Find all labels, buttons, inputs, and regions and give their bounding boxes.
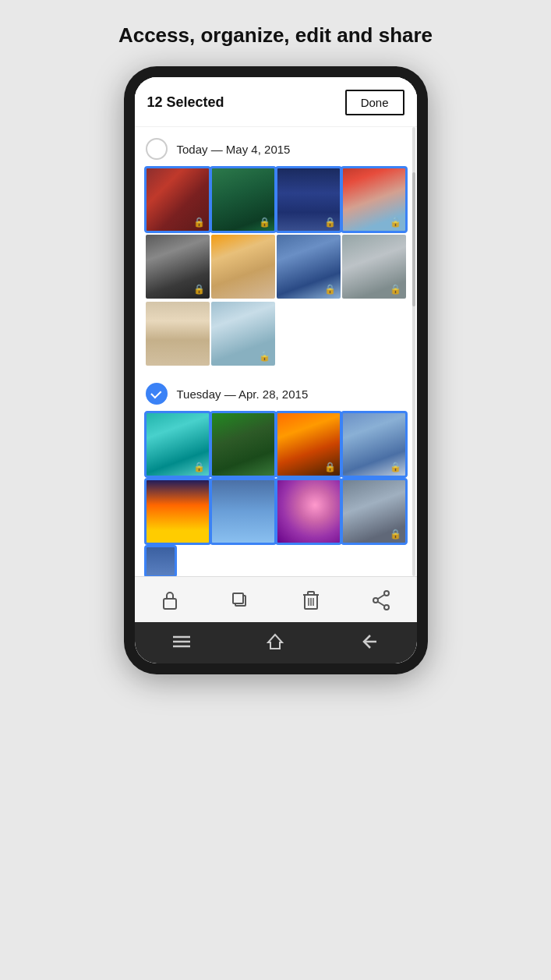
delete-toolbar-icon[interactable] <box>295 586 327 614</box>
photo-cell-bridge[interactable]: 🔒 <box>277 168 341 232</box>
photo-grid-today-row2: 🔒 🔒 🔒 <box>135 235 417 302</box>
nav-menu-icon[interactable] <box>168 635 196 652</box>
circle-check-today[interactable] <box>146 138 168 160</box>
photo-cell-partial[interactable] <box>146 547 175 576</box>
photo-cell-rock[interactable]: 🔒 <box>146 235 210 299</box>
lock-icon: 🔒 <box>324 462 336 472</box>
photo-cell-matterhorn[interactable]: 🔒 <box>342 412 406 476</box>
photo-cell-pe3 <box>277 547 306 576</box>
scroll-thumb[interactable] <box>412 172 415 307</box>
photo-cell-pe2 <box>211 547 241 576</box>
svg-point-11 <box>384 605 389 610</box>
photo-cell-empty2 <box>342 302 406 366</box>
photo-cell-sunset[interactable] <box>146 479 210 543</box>
nav-back-icon[interactable] <box>355 634 383 653</box>
svg-point-10 <box>373 598 378 603</box>
svg-rect-2 <box>233 593 243 603</box>
photo-cell-rain[interactable]: 🔒 <box>342 235 406 299</box>
photo-cell-woman[interactable] <box>146 302 210 366</box>
photo-grid-today-row1: 🔒 🔒 🔒 🔒 <box>135 168 417 235</box>
photo-cell-bokeh[interactable] <box>277 479 341 543</box>
lock-icon: 🔒 <box>390 217 401 228</box>
photo-cell-kids[interactable]: 🔒 <box>342 168 406 232</box>
selection-bar: 12 Selected Done <box>135 77 417 127</box>
date-label-tuesday: Tuesday — Apr. 28, 2015 <box>177 387 309 401</box>
circle-check-tuesday[interactable] <box>146 383 168 405</box>
phone-screen: 12 Selected Done Today — May 4, 2015 🔒 <box>135 77 417 663</box>
photo-cell-wreath[interactable]: 🔒 <box>146 168 210 232</box>
date-header-tuesday[interactable]: Tuesday — Apr. 28, 2015 <box>135 372 417 412</box>
lock-toolbar-icon[interactable] <box>154 586 185 614</box>
photo-cell-family[interactable] <box>211 235 275 299</box>
nav-home-icon[interactable] <box>261 633 289 654</box>
lock-icon: 🔒 <box>324 217 336 228</box>
date-section-tuesday: Tuesday — Apr. 28, 2015 🔒 � <box>135 372 417 576</box>
photo-cell-forest2[interactable] <box>211 412 275 476</box>
svg-rect-5 <box>308 592 314 595</box>
photo-cell-rain2[interactable]: 🔒 <box>342 479 406 543</box>
nav-bar <box>135 622 417 663</box>
svg-point-9 <box>384 591 389 596</box>
date-label-today: Today — May 4, 2015 <box>177 143 291 156</box>
screen-content: 12 Selected Done Today — May 4, 2015 🔒 <box>135 77 417 622</box>
phone-frame: 12 Selected Done Today — May 4, 2015 🔒 <box>124 66 428 674</box>
photo-grid-tue-row1: 🔒 🔒 🔒 <box>135 412 417 479</box>
lock-icon: 🔒 <box>193 284 205 295</box>
scroll-indicator <box>412 127 415 576</box>
lock-icon: 🔒 <box>193 462 205 472</box>
lock-icon: 🔒 <box>324 284 336 295</box>
svg-line-13 <box>378 602 384 606</box>
copy-toolbar-icon[interactable] <box>224 586 256 614</box>
done-button[interactable]: Done <box>345 90 404 115</box>
lock-icon: 🔒 <box>259 217 270 228</box>
lock-icon: 🔒 <box>259 351 270 362</box>
svg-line-12 <box>378 595 384 599</box>
photo-cell-bluemtn[interactable] <box>211 479 275 543</box>
date-section-today: Today — May 4, 2015 🔒 🔒 <box>135 127 417 369</box>
share-toolbar-icon[interactable] <box>366 586 397 614</box>
lock-icon: 🔒 <box>390 529 401 540</box>
svg-marker-17 <box>268 635 282 649</box>
lock-icon: 🔒 <box>390 284 401 295</box>
photo-cell-car[interactable]: 🔒 <box>211 302 275 366</box>
photo-cell-pe4 <box>342 547 372 576</box>
bottom-toolbar <box>135 576 417 622</box>
photo-cell-bird[interactable]: 🔒 <box>146 412 210 476</box>
photo-cell-waterfall[interactable]: 🔒 <box>211 168 275 232</box>
photo-cell-campfire[interactable]: 🔒 <box>277 412 341 476</box>
lock-icon: 🔒 <box>390 462 401 472</box>
photo-cell-empty1 <box>277 302 341 366</box>
photo-grid-tue-partial <box>135 547 417 576</box>
date-header-today[interactable]: Today — May 4, 2015 <box>135 127 417 168</box>
photo-grid-today-row3: 🔒 <box>135 302 417 369</box>
scroll-area[interactable]: Today — May 4, 2015 🔒 🔒 <box>135 127 417 576</box>
photo-grid-tue-row2: 🔒 <box>135 479 417 547</box>
page-title: Access, organize, edit and share <box>87 23 464 48</box>
svg-rect-0 <box>164 599 176 609</box>
selected-count: 12 Selected <box>147 94 224 111</box>
lock-icon: 🔒 <box>193 217 205 228</box>
photo-cell-mountain[interactable]: 🔒 <box>277 235 341 299</box>
